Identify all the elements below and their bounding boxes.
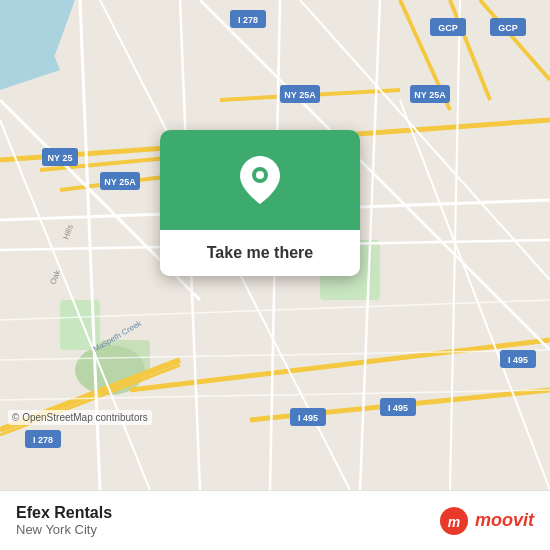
svg-text:NY 25A: NY 25A <box>284 90 316 100</box>
map-container[interactable]: NY 25 NY 25A NY 25A NY 25A I 495 I 495 I… <box>0 0 550 490</box>
svg-text:I 495: I 495 <box>388 403 408 413</box>
map-pin-icon <box>240 156 280 204</box>
card-button-area[interactable]: Take me there <box>160 230 360 276</box>
map-attribution: © OpenStreetMap contributors <box>8 410 152 425</box>
svg-text:I 495: I 495 <box>508 355 528 365</box>
take-me-there-card[interactable]: Take me there <box>160 130 360 276</box>
moovit-logo: m moovit <box>439 506 534 536</box>
svg-text:NY 25: NY 25 <box>48 153 73 163</box>
take-me-there-button[interactable]: Take me there <box>207 244 313 262</box>
location-name: Efex Rentals <box>16 504 112 522</box>
location-info: Efex Rentals New York City <box>16 504 112 537</box>
card-green-header <box>160 130 360 230</box>
svg-text:I 278: I 278 <box>238 15 258 25</box>
bottom-bar: Efex Rentals New York City m moovit <box>0 490 550 550</box>
moovit-icon: m <box>439 506 469 536</box>
svg-text:m: m <box>448 514 460 530</box>
location-city: New York City <box>16 522 112 537</box>
svg-text:NY 25A: NY 25A <box>104 177 136 187</box>
moovit-brand-label: moovit <box>475 510 534 531</box>
svg-text:I 495: I 495 <box>298 413 318 423</box>
svg-text:NY 25A: NY 25A <box>414 90 446 100</box>
svg-point-58 <box>256 171 264 179</box>
svg-text:GCP: GCP <box>498 23 518 33</box>
svg-text:GCP: GCP <box>438 23 458 33</box>
svg-text:I 278: I 278 <box>33 435 53 445</box>
